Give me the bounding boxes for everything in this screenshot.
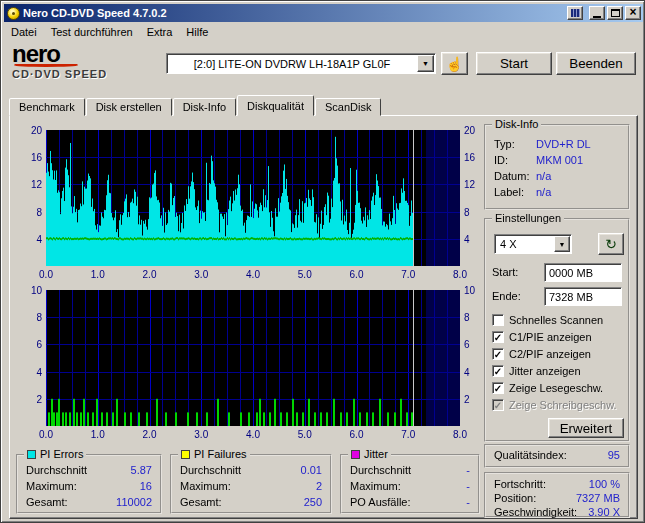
stat-label: Durchschnitt [26, 464, 87, 476]
minimize-button[interactable] [589, 6, 605, 20]
quality-index-label: Qualitätsindex: [494, 449, 567, 461]
speed-select-dropdown-button[interactable]: ▼ [554, 236, 570, 252]
refresh-speed-button[interactable]: ↻ [598, 233, 624, 255]
jitter-swatch [351, 450, 360, 459]
speed-select-value: 4 X [495, 238, 554, 250]
checkbox-label: Schnelles Scannen [509, 314, 603, 326]
stat-value: - [466, 480, 470, 492]
axis-tick-label: 1.0 [86, 429, 110, 440]
tab-disk-erstellen[interactable]: Disk erstellen [86, 98, 172, 116]
stat-label: Durchschnitt [350, 464, 411, 476]
axis-tick-label: 6.0 [345, 429, 369, 440]
disk-date-label: Datum: [494, 170, 529, 182]
advanced-button[interactable]: Erweitert [548, 418, 624, 438]
checkbox-schnelles-scannen[interactable]: Schnelles Scannen [492, 312, 603, 327]
disk-info-title: Disk-Info [492, 118, 541, 130]
checkbox-box [492, 314, 504, 326]
titlebar: Nero CD-DVD Speed 4.7.0.2 × [4, 4, 643, 22]
disk-info-panel: Disk-Info Typ:DVD+R DL ID:MKM 001 Datum:… [484, 124, 630, 210]
minimize-icon [593, 16, 601, 18]
progress-value: 100 % [589, 478, 620, 490]
checkbox-zeige-lesegeschw[interactable]: ✓Zeige Lesegeschw. [492, 380, 603, 395]
close-button[interactable]: × [625, 6, 641, 20]
checkbox-jitter-anzeigen[interactable]: ✓Jitter anzeigen [492, 363, 581, 378]
speed-select[interactable]: 4 X ▼ [494, 234, 572, 254]
checkbox-box: ✓ [492, 365, 504, 377]
checkbox-box: ✓ [492, 348, 504, 360]
maximize-button[interactable] [607, 6, 623, 20]
drive-select-value: [2:0] LITE-ON DVDRW LH-18A1P GL0F [167, 58, 417, 70]
end-mb-field[interactable] [544, 287, 622, 306]
exit-button[interactable]: Beenden [556, 52, 636, 75]
axis-tick-label: 6.0 [345, 269, 369, 280]
axis-tick-label: 8.0 [448, 269, 472, 280]
jitter-title: Jitter [364, 448, 388, 460]
disk-type-label: Typ: [494, 138, 515, 150]
axis-tick-label: 1.0 [86, 269, 110, 280]
diskqualitaet-page: 20201616121288441010886644220.01.02.03.0… [9, 115, 638, 519]
app-icon [7, 7, 20, 20]
tab-scandisk[interactable]: ScanDisk [315, 98, 381, 116]
titlebar-extra-button[interactable] [567, 6, 583, 20]
stat-value: 0.01 [301, 464, 322, 476]
disk-label-value: n/a [536, 186, 551, 198]
axis-tick-label: 5.0 [293, 429, 317, 440]
axis-tick-label: 6 [12, 339, 42, 350]
axis-tick-label: 10 [12, 285, 42, 296]
nero-logo: nero CD·DVD SPEED [12, 43, 162, 80]
stat-label: Maximum: [26, 480, 77, 492]
pi-errors-swatch [27, 450, 36, 459]
chevron-down-icon: ▼ [559, 241, 566, 248]
disk-type-value: DVD+R DL [536, 138, 591, 150]
axis-tick-label: 8 [12, 207, 42, 218]
disk-label-label: Label: [494, 186, 524, 198]
stat-value: 250 [304, 496, 322, 508]
stat-label: Gesamt: [26, 496, 68, 508]
titlebar-extra-icon [571, 9, 580, 17]
stat-label: Gesamt: [180, 496, 222, 508]
stat-value: 110002 [116, 496, 152, 508]
checkbox-zeige-schreibgeschw: ✓Zeige Schreibgeschw. [492, 397, 617, 412]
tabstrip: Benchmark Disk erstellen Disk-Info Diskq… [9, 95, 382, 116]
pi-errors-title: PI Errors [40, 448, 83, 460]
disk-date-value: n/a [536, 170, 551, 182]
start-button[interactable]: Start [476, 52, 552, 75]
checkbox-label: Zeige Lesegeschw. [509, 382, 603, 394]
axis-tick-label: 5.0 [293, 269, 317, 280]
start-mb-field[interactable] [544, 263, 622, 282]
checkbox-label: Jitter anzeigen [509, 365, 581, 377]
axis-tick-label: 8 [12, 312, 42, 323]
checkbox-box: ✓ [492, 399, 504, 411]
checkbox-label: C2/PIF anzeigen [509, 348, 591, 360]
axis-tick-label: 3.0 [189, 269, 213, 280]
tab-diskqualitaet[interactable]: Diskqualität [237, 95, 314, 116]
drive-select-dropdown-button[interactable]: ▼ [417, 55, 434, 72]
menu-item-extra[interactable]: Extra [140, 24, 180, 40]
app-window: Nero CD-DVD Speed 4.7.0.2 × Datei Test d… [0, 0, 645, 523]
disk-id-value: MKM 001 [536, 154, 583, 166]
progress-label: Fortschritt: [494, 478, 546, 490]
drive-select[interactable]: [2:0] LITE-ON DVDRW LH-18A1P GL0F ▼ [166, 53, 436, 74]
menu-item-hilfe[interactable]: Hilfe [179, 24, 215, 40]
axis-tick-label: 12 [12, 179, 42, 190]
axis-tick-label: 4.0 [241, 269, 265, 280]
nero-logo-text: nero [12, 43, 162, 65]
menu-item-datei[interactable]: Datei [4, 24, 44, 40]
checkbox-c1-pie-anzeigen[interactable]: ✓C1/PIE anzeigen [492, 329, 592, 344]
jitter-stats-panel: Jitter Durchschnitt- Maximum:- PO Ausfäl… [340, 454, 480, 514]
checkbox-label: C1/PIE anzeigen [509, 331, 592, 343]
options-hand-button[interactable]: ☝ [441, 52, 468, 75]
axis-tick-label: 0.0 [34, 269, 58, 280]
settings-panel: Einstellungen 4 X ▼ ↻ Start: Ende: Schne… [484, 218, 630, 442]
pi-failures-swatch [181, 450, 190, 459]
tab-benchmark[interactable]: Benchmark [9, 98, 85, 116]
axis-tick-label: 7.0 [396, 429, 420, 440]
menu-item-test-durchfuehren[interactable]: Test durchführen [44, 24, 140, 40]
axis-tick-label: 0.0 [34, 429, 58, 440]
checkbox-c2-pif-anzeigen[interactable]: ✓C2/PIF anzeigen [492, 346, 591, 361]
stat-value: 5.87 [131, 464, 152, 476]
stat-value: 2 [316, 480, 322, 492]
tab-disk-info[interactable]: Disk-Info [173, 98, 236, 116]
axis-tick-label: 3.0 [189, 429, 213, 440]
disk-id-label: ID: [494, 154, 508, 166]
